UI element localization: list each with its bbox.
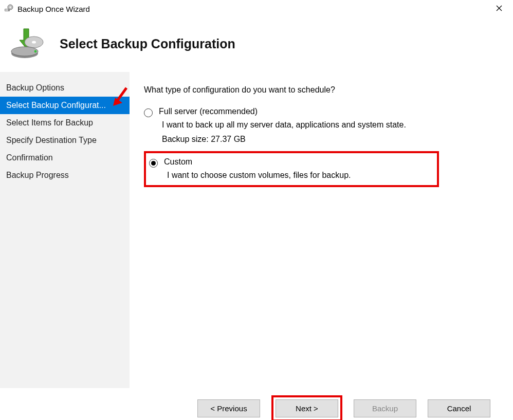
radio-full-server[interactable] bbox=[144, 108, 153, 117]
option-full-extra: Backup size: 27.37 GB bbox=[162, 135, 406, 144]
backup-button: Backup bbox=[354, 399, 416, 417]
wizard-body: Backup Options Select Backup Configurat.… bbox=[0, 72, 513, 388]
app-icon bbox=[4, 4, 13, 14]
page-title: Select Backup Configuration bbox=[60, 36, 235, 51]
svg-rect-3 bbox=[5, 9, 8, 11]
sidebar-item-backup-options[interactable]: Backup Options bbox=[0, 79, 130, 97]
previous-button[interactable]: < Previous bbox=[197, 399, 260, 417]
option-full-body: Full server (recommended) I want to back… bbox=[159, 107, 406, 144]
window-title: Backup Once Wizard bbox=[17, 5, 90, 13]
sidebar-item-backup-progress[interactable]: Backup Progress bbox=[0, 167, 130, 184]
svg-point-10 bbox=[34, 50, 37, 53]
sidebar-item-select-backup-config[interactable]: Select Backup Configurat... bbox=[0, 97, 130, 114]
sidebar-item-confirmation[interactable]: Confirmation bbox=[0, 149, 130, 167]
wizard-steps-sidebar: Backup Options Select Backup Configurat.… bbox=[0, 72, 130, 388]
svg-point-9 bbox=[11, 47, 38, 56]
option-full-server[interactable]: Full server (recommended) I want to back… bbox=[144, 107, 499, 144]
prompt-text: What type of configuration do you want t… bbox=[144, 85, 499, 95]
wizard-header: Select Backup Configuration bbox=[0, 17, 513, 72]
wizard-footer: < Previous Next > Backup Cancel bbox=[0, 388, 513, 420]
cancel-button[interactable]: Cancel bbox=[428, 399, 490, 417]
option-full-label: Full server (recommended) bbox=[159, 107, 406, 116]
annotation-highlight-next: Next > bbox=[271, 395, 342, 420]
annotation-highlight-custom: Custom I want to choose custom volumes, … bbox=[144, 151, 439, 187]
option-custom[interactable]: Custom I want to choose custom volumes, … bbox=[149, 157, 434, 180]
close-button[interactable] bbox=[491, 4, 507, 13]
titlebar-left: Backup Once Wizard bbox=[4, 4, 90, 14]
content-panel: What type of configuration do you want t… bbox=[130, 72, 513, 388]
svg-point-7 bbox=[32, 41, 36, 43]
titlebar: Backup Once Wizard bbox=[0, 0, 513, 17]
backup-icon bbox=[9, 28, 44, 60]
radio-custom[interactable] bbox=[149, 159, 158, 168]
sidebar-item-select-items[interactable]: Select Items for Backup bbox=[0, 114, 130, 132]
sidebar-item-specify-destination[interactable]: Specify Destination Type bbox=[0, 132, 130, 149]
option-full-desc: I want to back up all my server data, ap… bbox=[162, 120, 406, 130]
next-button[interactable]: Next > bbox=[276, 399, 338, 417]
option-custom-label: Custom bbox=[164, 157, 351, 167]
option-custom-desc: I want to choose custom volumes, files f… bbox=[167, 171, 351, 180]
svg-point-1 bbox=[10, 6, 11, 8]
option-custom-body: Custom I want to choose custom volumes, … bbox=[164, 157, 351, 180]
